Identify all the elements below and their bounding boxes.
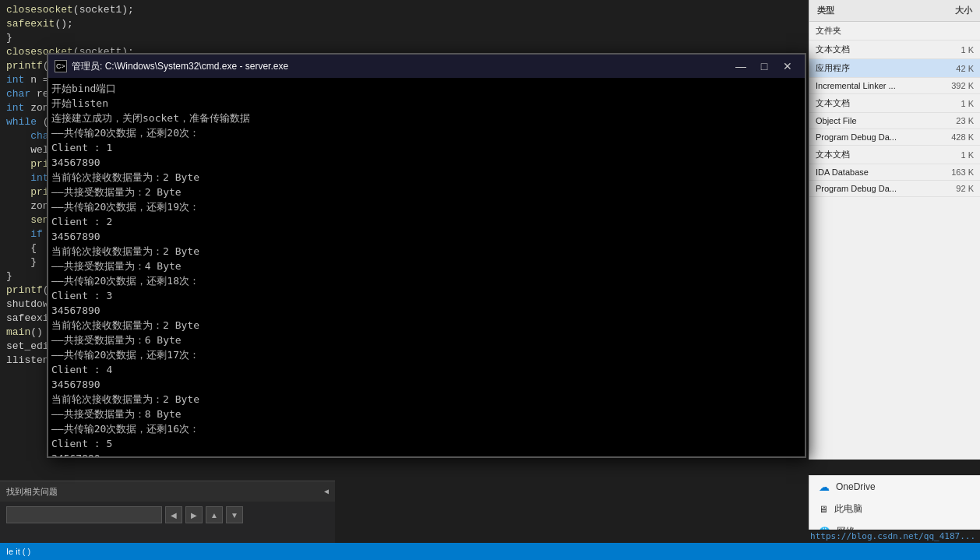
cmd-line: Client : 2 — [51, 214, 802, 229]
file-table: 文件夹文本文档1 K应用程序42 KIncremental Linker ...… — [809, 22, 980, 197]
file-size-cell: 1 K — [933, 146, 980, 164]
file-type-cell: 文本文档 — [809, 146, 933, 164]
file-type-cell: 文件夹 — [809, 22, 933, 41]
cmd-line: 开始listen — [51, 96, 802, 111]
file-table-row[interactable]: 应用程序42 K — [809, 59, 980, 78]
collapse-arrow[interactable]: ◀ — [324, 487, 329, 496]
cmd-line: 34567890 — [51, 229, 802, 244]
file-table-row[interactable]: IDA Database163 K — [809, 164, 980, 181]
file-table-row[interactable]: Program Debug Da...428 K — [809, 129, 980, 146]
onedrive-icon: ☁ — [819, 481, 830, 493]
cmd-app-icon: C> — [55, 60, 67, 72]
cmd-line: 34567890 — [51, 377, 802, 392]
file-size-cell: 23 K — [933, 113, 980, 129]
file-type-cell: 应用程序 — [809, 59, 933, 78]
cmd-line: ——共传输20次数据，还剩20次： — [51, 125, 802, 140]
cmd-title-area: C> 管理员: C:\Windows\System32\cmd.exe - se… — [55, 60, 288, 73]
file-type-cell: Object File — [809, 113, 933, 129]
file-table-row[interactable]: 文件夹 — [809, 22, 980, 41]
cmd-line: 34567890 — [51, 155, 802, 170]
cmd-line: Client : 5 — [51, 436, 802, 451]
cmd-line: Client : 3 — [51, 288, 802, 303]
nav-down-button[interactable]: ▼ — [226, 506, 243, 523]
right-panel-header: 类型 大小 — [809, 0, 980, 22]
size-column-header: 大小 — [955, 5, 972, 16]
onedrive-label: OneDrive — [836, 481, 876, 492]
maximize-button[interactable]: □ — [753, 58, 775, 75]
cmd-line: ——共传输20次数据，还剩18次： — [51, 273, 802, 288]
type-column-header: 类型 — [817, 5, 834, 16]
this-pc-item[interactable]: 🖥 此电脑 — [809, 498, 980, 520]
cmd-window: C> 管理员: C:\Windows\System32\cmd.exe - se… — [47, 53, 806, 458]
minimize-button[interactable]: — — [730, 58, 752, 75]
file-size-cell: 1 K — [933, 41, 980, 59]
file-size-cell: 163 K — [933, 164, 980, 181]
file-table-row[interactable]: Incremental Linker ...392 K — [809, 78, 980, 94]
cmd-line: ——共传输20次数据，还剩16次： — [51, 421, 802, 436]
close-button[interactable]: ✕ — [777, 58, 798, 75]
file-size-cell: 392 K — [933, 78, 980, 94]
cmd-line: ——共接受数据量为：6 Byte — [51, 333, 802, 347]
file-table-row[interactable]: 文本文档1 K — [809, 146, 980, 164]
file-table-row[interactable]: Object File23 K — [809, 113, 980, 129]
url-text: https://blog.csdn.net/qq_4187... — [810, 531, 975, 541]
cmd-line: Client : 4 — [51, 362, 802, 377]
cmd-line: ——共传输20次数据，还剩19次： — [51, 199, 802, 214]
bottom-bar: 找到相关问题 ◀ ◀ ▶ ▲ ▼ — [0, 481, 335, 543]
cmd-line: ——共接受数据量为：8 Byte — [51, 407, 802, 421]
cmd-line: 当前轮次接收数据量为：2 Byte — [51, 244, 802, 259]
url-bar: https://blog.csdn.net/qq_4187... — [806, 530, 980, 543]
cmd-line: 当前轮次接收数据量为：2 Byte — [51, 170, 802, 185]
file-table-row[interactable]: 文本文档1 K — [809, 41, 980, 59]
nav-prev-button[interactable]: ◀ — [165, 506, 182, 523]
bottom-label: 找到相关问题 — [6, 486, 58, 498]
this-pc-icon: 🖥 — [819, 504, 828, 515]
cmd-line: 当前轮次接收数据量为：2 Byte — [51, 392, 802, 407]
cmd-line: ——共传输20次数据，还剩17次： — [51, 347, 802, 362]
status-bar: Ie it ( ) — [0, 543, 980, 560]
cmd-line: ——共接受数据量为：4 Byte — [51, 259, 802, 273]
cmd-line: 开始bind端口 — [51, 81, 802, 96]
nav-up-button[interactable]: ▲ — [206, 506, 223, 523]
file-table-row[interactable]: Program Debug Da...92 K — [809, 181, 980, 197]
cmd-line: 34567890 — [51, 303, 802, 318]
file-type-cell: Program Debug Da... — [809, 129, 933, 146]
file-type-cell: Incremental Linker ... — [809, 78, 933, 94]
file-type-cell: IDA Database — [809, 164, 933, 181]
cmd-controls[interactable]: — □ ✕ — [730, 58, 798, 75]
cmd-line: 当前轮次接收数据量为：2 Byte — [51, 318, 802, 333]
file-size-cell — [933, 22, 980, 41]
file-size-cell: 428 K — [933, 129, 980, 146]
cmd-line: Client : 1 — [51, 140, 802, 155]
file-table-row[interactable]: 文本文档1 K — [809, 94, 980, 113]
nav-next-button[interactable]: ▶ — [185, 506, 203, 523]
search-input[interactable] — [6, 506, 162, 523]
file-type-cell: Program Debug Da... — [809, 181, 933, 197]
this-pc-label: 此电脑 — [834, 502, 862, 516]
status-text: Ie it ( ) — [6, 547, 30, 556]
right-panel: 类型 大小 文件夹文本文档1 K应用程序42 KIncremental Link… — [809, 0, 980, 460]
file-size-cell: 92 K — [933, 181, 980, 197]
cmd-content[interactable]: 开始bind端口 开始listen 连接建立成功，关闭socket，准备传输数据… — [48, 78, 805, 456]
cmd-titlebar: C> 管理员: C:\Windows\System32\cmd.exe - se… — [48, 55, 805, 78]
cmd-title: 管理员: C:\Windows\System32\cmd.exe - serve… — [72, 60, 288, 73]
file-size-cell: 1 K — [933, 94, 980, 113]
cmd-line: 连接建立成功，关闭socket，准备传输数据 — [51, 111, 802, 125]
cmd-line: ——共接受数据量为：2 Byte — [51, 185, 802, 199]
file-size-cell: 42 K — [933, 59, 980, 78]
onedrive-item[interactable]: ☁ OneDrive — [809, 476, 980, 498]
file-type-cell: 文本文档 — [809, 94, 933, 113]
file-type-cell: 文本文档 — [809, 41, 933, 59]
cmd-line: 34567890 — [51, 451, 802, 456]
